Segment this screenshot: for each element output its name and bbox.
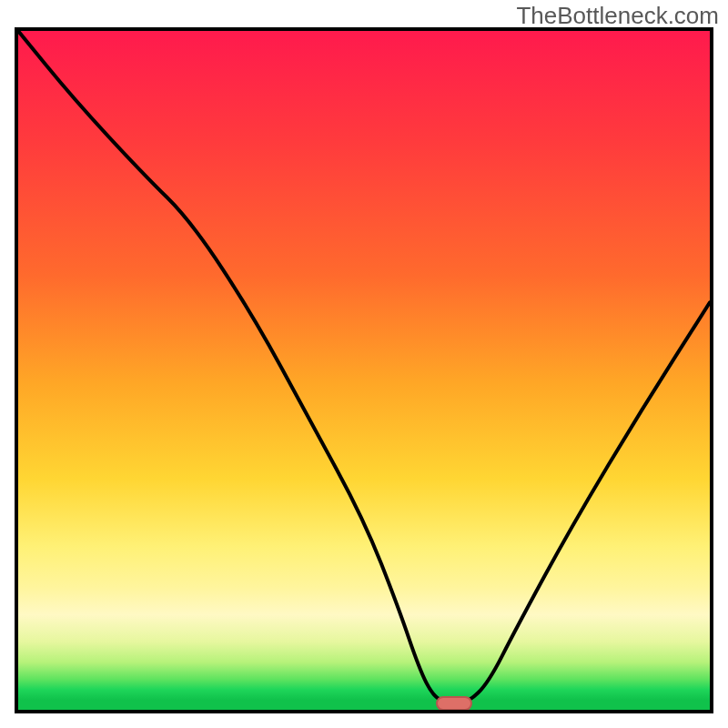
plot-frame	[15, 27, 713, 713]
minimum-marker	[436, 696, 472, 711]
bottleneck-chart: TheBottleneck.com	[0, 0, 728, 728]
watermark-text: TheBottleneck.com	[516, 2, 719, 30]
bottleneck-curve	[18, 31, 710, 703]
plot-area	[18, 31, 710, 710]
curve-svg	[18, 31, 710, 710]
